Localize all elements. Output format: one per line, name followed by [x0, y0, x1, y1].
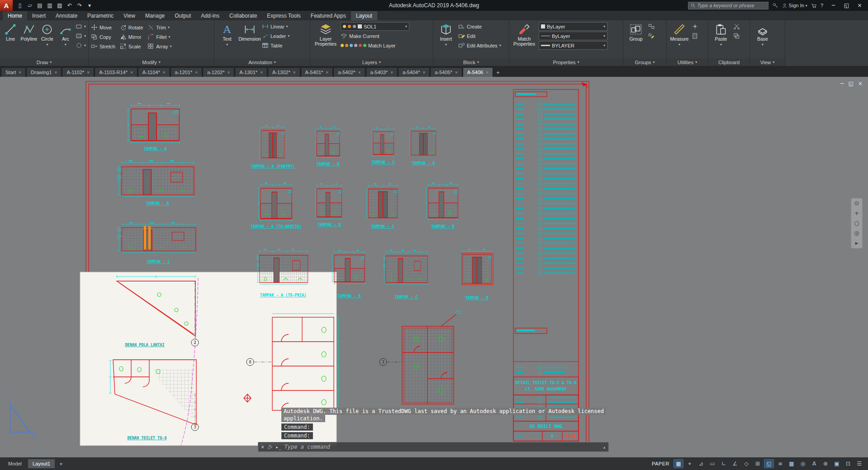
ungroup-button[interactable]	[648, 22, 655, 31]
close-tab-icon[interactable]: ×	[163, 70, 166, 75]
sign-in-menu[interactable]: Sign In ▾	[782, 3, 807, 9]
infocenter-search[interactable]	[688, 2, 768, 9]
qat-undo-button[interactable]: ↶	[65, 1, 74, 10]
close-tab-icon[interactable]: ×	[455, 70, 458, 75]
file-tab[interactable]: A-1103-R14* ×	[95, 67, 138, 77]
panel-label-draw[interactable]: Draw▾	[0, 58, 88, 66]
restore-button[interactable]: ◱	[840, 0, 853, 11]
help-icon[interactable]: ?	[821, 3, 823, 8]
file-tab[interactable]: a-5405* ×	[430, 67, 462, 77]
scale-button[interactable]: Scale	[120, 42, 143, 51]
table-button[interactable]: Table	[262, 41, 289, 50]
rectangle-button[interactable]: ▾	[76, 22, 86, 31]
qat-redo-button[interactable]: ↷	[75, 1, 84, 10]
layer-properties-button[interactable]: Layer Properties	[313, 22, 339, 47]
file-tab[interactable]: A-1104* ×	[138, 67, 170, 77]
insert-block-button[interactable]: Insert ▾	[436, 22, 456, 47]
ortho-mode-toggle[interactable]: ∟	[719, 459, 729, 468]
close-tab-icon[interactable]: ×	[326, 70, 328, 75]
ribbon-tab[interactable]: View	[119, 11, 140, 20]
ribbon-tab[interactable]: Insert	[27, 11, 51, 20]
cut-button[interactable]	[733, 22, 740, 31]
object-snap-toggle[interactable]: ◱	[764, 459, 774, 468]
fillet-button[interactable]: Fillet▾	[147, 33, 171, 41]
close-tab-icon[interactable]: ×	[228, 70, 230, 75]
file-tab[interactable]: A-1302* ×	[268, 67, 300, 77]
ribbon-tab[interactable]: Express Tools	[262, 11, 305, 20]
lineweight-select[interactable]: BYLAYER ▾	[539, 41, 607, 50]
copy-button[interactable]: Copy	[91, 33, 115, 41]
panel-label-view[interactable]: View▾	[750, 58, 785, 66]
transparency-toggle[interactable]: ▩	[787, 459, 797, 468]
nav-orbit-icon[interactable]: ◎	[854, 230, 859, 236]
search-input[interactable]	[697, 3, 766, 8]
polar-tracking-toggle[interactable]: ∠	[730, 459, 740, 468]
infer-constraints-toggle[interactable]: ⊿	[696, 459, 706, 468]
close-tab-icon[interactable]: ×	[358, 70, 361, 75]
panel-label-properties[interactable]: Properties▾	[509, 58, 623, 66]
id-point-button[interactable]	[692, 22, 698, 31]
panel-label-modify[interactable]: Modify▾	[89, 58, 214, 66]
edit-block-button[interactable]: Edit	[458, 32, 501, 40]
linetype-select[interactable]: ByLayer ▾	[539, 32, 607, 40]
qat-plot-button[interactable]: ▨	[55, 1, 64, 10]
group-button[interactable]: Group	[626, 22, 646, 42]
close-tab-icon[interactable]: ×	[195, 70, 198, 75]
qat-dropdown-button[interactable]: ▾	[85, 1, 94, 10]
nav-zoom-icon[interactable]: ○	[854, 220, 859, 226]
annotation-visibility-toggle[interactable]: A	[809, 459, 819, 468]
mirror-button[interactable]: Mirror	[120, 33, 143, 41]
drawing-canvas[interactable]: TAMPAK - A TAMPAK - B TAMPAK - C TAMPAK …	[0, 77, 868, 457]
nav-pan-icon[interactable]: +	[854, 210, 859, 216]
panel-label-groups[interactable]: Groups▾	[623, 58, 666, 66]
stretch-button[interactable]: Stretch	[91, 42, 115, 51]
command-recent-icon[interactable]: ▴	[603, 445, 606, 450]
file-tab[interactable]: A-1102* ×	[62, 67, 94, 77]
line-button[interactable]: Line	[2, 22, 19, 42]
customization-menu[interactable]: ☰	[854, 459, 864, 468]
qat-open-button[interactable]: ▱	[25, 1, 34, 10]
file-tab[interactable]: Start ×	[1, 67, 26, 77]
drawing-close-button[interactable]: ×	[858, 80, 863, 87]
drawing-restore-button[interactable]: ◱	[849, 80, 854, 87]
object-snap-tracking-toggle[interactable]: ⊞	[753, 459, 763, 468]
lineweight-toggle[interactable]: ≡	[775, 459, 785, 468]
paste-button[interactable]: Paste ▾	[711, 22, 731, 47]
workspace-switching[interactable]: ⊛	[821, 459, 830, 468]
ribbon-tab[interactable]: Add-ins	[196, 11, 224, 20]
close-tab-icon[interactable]: ×	[293, 70, 296, 75]
keychain-icon[interactable]	[772, 3, 778, 9]
dimension-button[interactable]: Dimension	[239, 22, 260, 42]
isometric-drafting-toggle[interactable]: ◇	[741, 459, 751, 468]
file-tab[interactable]: a-1201* ×	[171, 67, 202, 77]
rotate-button[interactable]: Rotate	[120, 23, 143, 32]
ribbon-tab[interactable]: Annotate	[51, 11, 82, 20]
quick-calc-button[interactable]	[692, 32, 698, 40]
object-color-select[interactable]: ByLayer ▾	[539, 22, 607, 31]
drawing-minimize-button[interactable]: ─	[840, 80, 844, 87]
linear-dimension-button[interactable]: Linear▾	[262, 22, 289, 31]
close-tab-icon[interactable]: ×	[130, 70, 133, 75]
model-tab[interactable]: Model	[4, 459, 26, 468]
minimize-button[interactable]: ─	[827, 0, 840, 11]
text-button[interactable]: A Text ▾	[217, 22, 237, 47]
snap-mode-toggle[interactable]: ⌖	[685, 459, 695, 468]
ribbon-tab[interactable]: Parametric	[82, 11, 119, 20]
selection-cycling-toggle[interactable]: ◎	[798, 459, 808, 468]
dynamic-input-toggle[interactable]: ▭	[707, 459, 717, 468]
file-tab[interactable]: A-1301* ×	[235, 67, 267, 77]
create-block-button[interactable]: Create	[458, 22, 501, 31]
clean-screen-toggle[interactable]: ⊡	[843, 459, 853, 468]
panel-label-utilities[interactable]: Utilities▾	[667, 58, 708, 66]
ribbon-tab[interactable]: Manage	[140, 11, 170, 20]
base-view-button[interactable]: Base ▾	[752, 22, 773, 47]
nav-wheel-icon[interactable]: ⊙	[854, 200, 859, 207]
trim-button[interactable]: Trim▾	[147, 23, 171, 32]
paper-space-label[interactable]: PAPER	[652, 461, 669, 466]
close-tab-icon[interactable]: ×	[260, 70, 263, 75]
group-edit-button[interactable]	[648, 32, 655, 40]
command-close-icon[interactable]: ×	[261, 444, 264, 450]
ribbon-tab[interactable]: Output	[170, 11, 196, 20]
panel-label-layers[interactable]: Layers▾	[310, 58, 433, 66]
close-tab-icon[interactable]: ×	[55, 70, 57, 75]
